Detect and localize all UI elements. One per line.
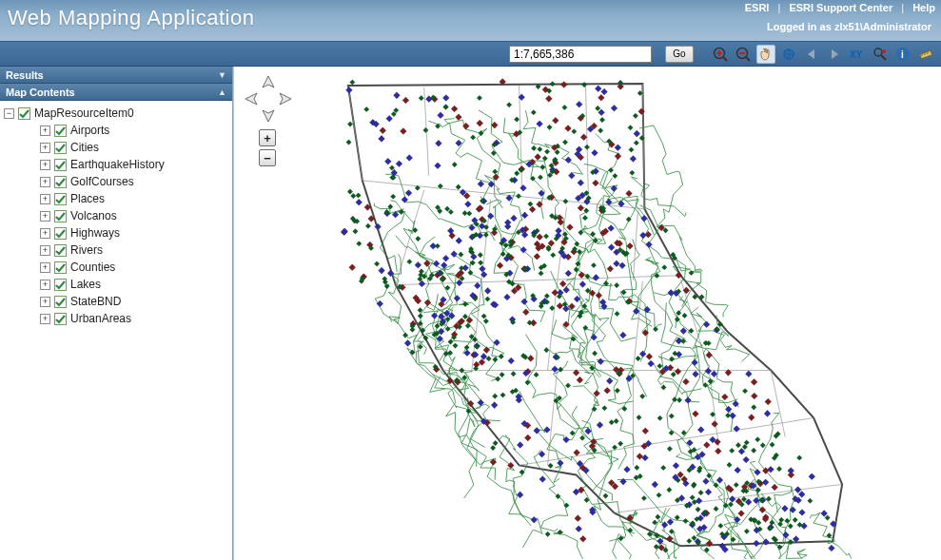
pan-icon[interactable] [756,45,775,64]
expander-icon[interactable]: − [4,108,14,119]
svg-rect-211 [433,261,440,267]
expander-icon[interactable]: + [40,314,50,324]
svg-rect-495 [660,465,666,471]
svg-rect-112 [578,204,584,211]
measure-icon[interactable] [916,45,935,64]
checkbox[interactable] [54,125,67,137]
toolbar: Go XY i [0,42,941,67]
svg-rect-523 [538,175,543,181]
checkbox[interactable] [54,142,67,154]
svg-rect-161 [529,206,536,213]
svg-rect-164 [615,153,621,160]
svg-rect-553 [751,404,756,410]
svg-rect-248 [619,262,626,269]
svg-rect-412 [639,351,646,357]
checkbox[interactable] [54,227,67,240]
expand-icon: ▲ [218,87,226,97]
expander-icon[interactable]: + [40,177,50,187]
expander-icon[interactable]: + [40,228,50,239]
svg-rect-109 [682,378,689,385]
svg-rect-350 [435,140,441,146]
xy-coord-icon[interactable]: XY [848,45,867,64]
svg-rect-545 [528,202,534,207]
svg-rect-808 [725,413,731,418]
svg-rect-705 [356,241,362,246]
svg-rect-310 [793,535,799,542]
expander-icon[interactable]: + [40,160,50,170]
svg-rect-364 [608,225,615,232]
checkbox[interactable] [54,193,67,205]
identify-icon[interactable]: i [893,45,912,64]
svg-rect-197 [566,223,573,230]
svg-rect-273 [601,88,608,95]
checkbox[interactable] [54,279,67,291]
svg-point-9 [874,48,882,56]
find-icon[interactable] [871,45,890,64]
tree-layer-row: +StateBND [2,293,230,310]
svg-rect-459 [579,280,586,287]
svg-rect-458 [711,371,717,377]
expander-icon[interactable]: + [40,297,50,307]
svg-rect-710 [796,455,802,461]
checkbox[interactable] [54,210,67,222]
expander-icon[interactable]: + [40,245,50,256]
svg-rect-454 [591,149,598,156]
svg-rect-147 [466,317,473,323]
map-view[interactable]: + − [233,67,941,560]
svg-rect-429 [504,219,511,225]
svg-rect-123 [598,94,604,101]
svg-rect-317 [494,339,500,346]
go-button[interactable]: Go [665,46,694,63]
link-esri-support[interactable]: ESRI Support Center [789,2,892,13]
svg-rect-622 [419,95,424,101]
svg-rect-70 [564,125,571,131]
next-extent-icon[interactable] [825,45,844,64]
checkbox[interactable] [54,244,67,257]
zoom-in-icon[interactable] [711,45,730,64]
svg-rect-369 [474,282,480,289]
svg-rect-744 [603,493,609,499]
expander-icon[interactable]: + [40,211,50,222]
svg-rect-427 [591,334,598,340]
prev-extent-icon[interactable] [802,45,821,64]
checkbox[interactable] [54,176,67,188]
svg-rect-452 [345,87,352,93]
panel-results-header[interactable]: Results ▼ [0,67,232,84]
expander-icon[interactable]: + [40,280,50,290]
svg-rect-693 [481,314,487,319]
link-esri[interactable]: ESRI [745,2,770,13]
checkbox[interactable] [54,261,67,274]
expander-icon[interactable]: + [40,126,50,136]
svg-rect-834 [718,523,724,529]
panel-contents-header[interactable]: Map Contents ▲ [0,84,232,101]
svg-rect-97 [706,352,713,358]
expander-icon[interactable]: + [40,143,50,153]
svg-rect-423 [491,402,498,409]
expander-icon[interactable]: + [40,194,50,204]
checkbox[interactable] [54,159,67,171]
svg-rect-376 [597,422,603,429]
svg-rect-400 [798,510,805,516]
points-red [341,78,794,550]
svg-rect-641 [734,482,739,488]
svg-rect-748 [661,264,667,270]
svg-rect-586 [728,502,734,508]
scale-input[interactable] [509,46,652,63]
link-help[interactable]: Help [912,2,935,13]
svg-rect-617 [356,193,362,199]
svg-rect-552 [793,517,798,523]
expander-icon[interactable]: + [40,262,50,273]
svg-rect-647 [591,262,597,268]
checkbox[interactable] [18,107,30,120]
svg-rect-601 [374,261,380,267]
checkbox[interactable] [54,296,67,308]
tree-label: Counties [70,261,115,274]
full-extent-icon[interactable] [779,45,798,64]
checkbox[interactable] [54,313,67,325]
svg-rect-720 [490,445,496,451]
svg-rect-419 [356,199,363,205]
zoom-out-icon[interactable] [734,45,753,64]
svg-rect-694 [608,167,614,173]
svg-rect-777 [629,147,635,153]
svg-rect-828 [689,270,695,276]
